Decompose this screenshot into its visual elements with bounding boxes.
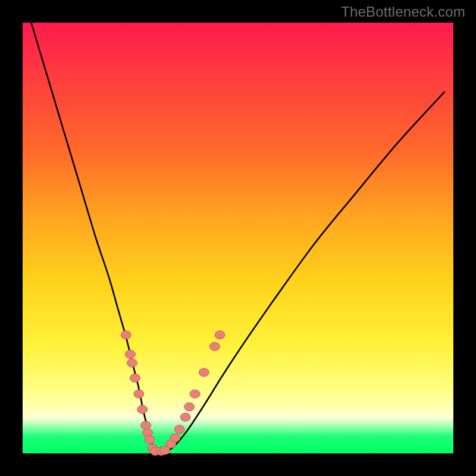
curve-layer	[31, 23, 444, 453]
marker-dot	[180, 413, 190, 421]
watermark-text: TheBottleneck.com	[341, 4, 465, 20]
marker-dot	[199, 368, 209, 377]
marker-dot	[145, 436, 155, 444]
marker-dot	[137, 405, 148, 414]
marker-dot	[126, 350, 136, 358]
marker-dots-layer	[121, 331, 225, 455]
marker-dot	[215, 331, 225, 339]
outer-frame: TheBottleneck.com	[0, 0, 476, 476]
marker-dot	[170, 434, 180, 442]
marker-dot	[174, 425, 184, 433]
marker-dot	[190, 390, 200, 398]
marker-dot	[141, 421, 151, 430]
marker-dot	[130, 374, 140, 382]
marker-dot	[209, 342, 220, 350]
marker-dot	[121, 331, 131, 339]
marker-dot	[127, 359, 137, 367]
chart-svg	[23, 23, 453, 453]
marker-dot	[184, 403, 195, 411]
bottleneck-curve	[31, 23, 444, 453]
marker-dot	[134, 390, 144, 398]
